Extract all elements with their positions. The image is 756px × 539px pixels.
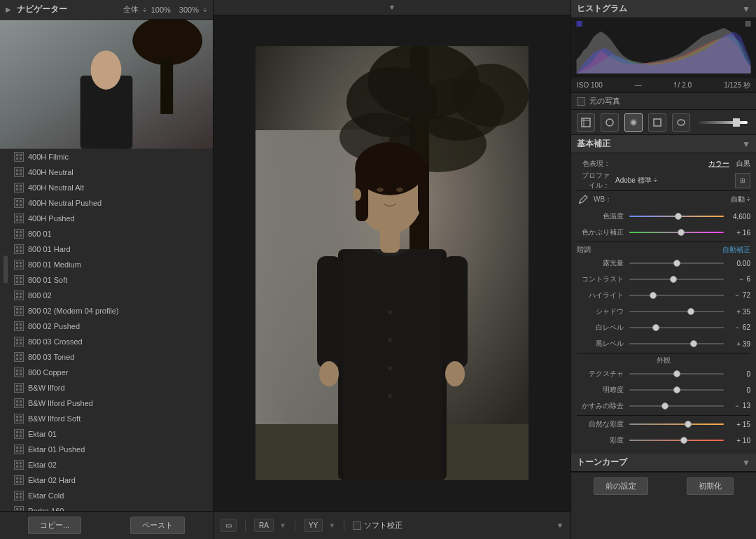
preset-item-800-02-pushed[interactable]: 800 02 Pushed [0,318,213,334]
color-temp-track [629,216,724,217]
clarity-slider[interactable] [629,385,724,395]
wb-value[interactable]: 自動 ÷ [731,195,750,204]
shadow-track [629,311,724,312]
svg-rect-6 [16,154,18,156]
dehaze-slider[interactable] [629,401,724,411]
highlight-slider[interactable] [629,290,724,300]
dehaze-track [629,405,724,407]
shadow-thumb [687,308,694,315]
reset-button[interactable]: 初期化 [687,477,734,495]
ra-button[interactable]: RA [254,519,274,532]
tint-label: 色かぶり補正 [577,227,629,237]
navigator-preview [0,20,213,149]
tool-slider[interactable] [699,121,748,124]
tool-circle2[interactable] [672,113,690,132]
right-panel: ヒストグラム ▼ [570,0,756,539]
preset-item-400H-neutral-pushed[interactable]: 400H Neutral Pushed [0,195,213,211]
tone-curve-arrow[interactable]: ▼ [742,458,750,468]
softproof-checkbox[interactable]: ソフト校正 [353,520,402,531]
preset-item-ektar-01[interactable]: Ektar 01 [0,426,213,442]
color-mode-row: 色表現： カラー 白黒 [577,158,750,170]
preset-item-ektar-01-pushed[interactable]: Ektar 01 Pushed [0,442,213,457]
zoom-fit[interactable]: 全体 [123,4,139,15]
preset-label: 800 01 [28,230,52,238]
color-temp-slider[interactable] [629,211,724,221]
preset-label: 800 02 Pushed [28,322,80,330]
preset-item-800-01[interactable]: 800 01 [0,226,213,241]
zoom-300[interactable]: 300% [179,6,199,14]
exposure-thumb [673,260,680,267]
preset-item-400H-neutral[interactable]: 400H Neutral [0,164,213,180]
preset-item-800-copper[interactable]: 800 Copper [0,365,213,380]
color-mode-label: 色表現： [577,159,610,169]
navigator-controls: 全体 ÷ 100% 300% ÷ [123,4,207,15]
preset-item-400H-filmic[interactable]: 400H Filmic [0,149,213,164]
preset-label: B&W Ilford Soft [28,414,80,423]
tool-spot[interactable] [624,113,643,132]
preset-item-800-02-modern[interactable]: 800 02 (Modern 04 profile) [0,303,213,318]
color-mode-color[interactable]: カラー [708,159,729,169]
appearance-label: 外観 [577,356,750,365]
basic-correction-arrow[interactable]: ▼ [742,139,750,149]
tool-rect[interactable] [648,113,666,132]
svg-rect-18 [16,200,18,202]
saturation-thumb [680,437,687,444]
preset-icon [14,167,24,177]
highlight-track [629,295,724,296]
preset-icon [14,414,24,424]
profile-value[interactable]: Adobe 標準 ÷ [615,176,732,186]
preset-item-800-02[interactable]: 800 02 [0,288,213,303]
preset-item-400H-pushed[interactable]: 400H Pushed [0,211,213,226]
auto-correct[interactable]: 自動補正 [722,245,750,255]
zoom-100[interactable]: 100% [151,6,171,14]
histogram-arrow[interactable]: ▼ [742,4,750,14]
preset-item-800-01-hard[interactable]: 800 01 Hard [0,241,213,257]
source-checkbox[interactable] [577,97,585,106]
preset-item-ektar-02[interactable]: Ektar 02 [0,457,213,472]
preset-item-800-01-medium[interactable]: 800 01 Medium [0,257,213,272]
tint-slider[interactable] [629,227,724,237]
preset-item-bw-ilford-pushed[interactable]: B&W Ilford Pushed [0,396,213,411]
tool-circle[interactable] [601,113,619,132]
preset-item-800-03-toned[interactable]: 800 03 Toned [0,349,213,365]
texture-slider[interactable] [629,369,724,379]
profile-icon[interactable]: ⊞ [735,173,750,188]
vibrance-slider[interactable] [629,419,724,429]
copy-button[interactable]: コピー... [28,517,81,534]
preset-item-bw-ilford-soft[interactable]: B&W Ilford Soft [0,411,213,426]
resize-handle-left[interactable] [4,255,8,284]
tool-crop[interactable] [577,113,595,132]
contrast-slider[interactable] [629,274,724,284]
dehaze-thumb [662,402,668,410]
preset-item-ektar-02-hard[interactable]: Ektar 02 Hard [0,472,213,488]
svg-rect-93 [20,481,22,483]
exposure-slider[interactable] [629,258,724,268]
saturation-slider[interactable] [629,435,724,445]
main-photo-area[interactable] [214,15,570,511]
svg-rect-165 [577,21,582,27]
preset-item-800-03-crossed[interactable]: 800 03 Crossed [0,334,213,349]
yy-button[interactable]: YY [304,519,323,532]
shadow-slider[interactable] [629,307,724,316]
svg-rect-34 [16,262,18,264]
preset-item-400H-neutral-alt[interactable]: 400H Neutral Alt [0,180,213,195]
svg-rect-96 [16,496,18,498]
svg-rect-67 [20,385,22,387]
preset-item-800-01-soft[interactable]: 800 01 Soft [0,272,213,288]
eyedropper-icon[interactable] [577,193,589,206]
highlight-row: ハイライト － 72 [577,288,750,302]
preset-item-bw-ilford[interactable]: B&W Ilford [0,380,213,396]
black-slider[interactable] [629,339,724,349]
color-mode-bw[interactable]: 白黒 [736,159,750,169]
frame-button[interactable]: ▭ [220,519,237,532]
tone-curve-title: トーンカーブ [577,456,627,468]
toolbar-dropdown[interactable]: ▼ [556,522,564,529]
prev-settings-button[interactable]: 前の設定 [594,477,648,495]
white-slider[interactable] [629,323,724,332]
paste-button[interactable]: ペースト [130,517,185,534]
preset-label: Ektar 01 Pushed [28,445,85,454]
softproof-check[interactable] [353,522,361,530]
preset-item-portra-160[interactable]: Portra 160 [0,503,213,511]
black-thumb [690,340,697,347]
preset-item-ektar-cold[interactable]: Ektar Cold [0,488,213,503]
